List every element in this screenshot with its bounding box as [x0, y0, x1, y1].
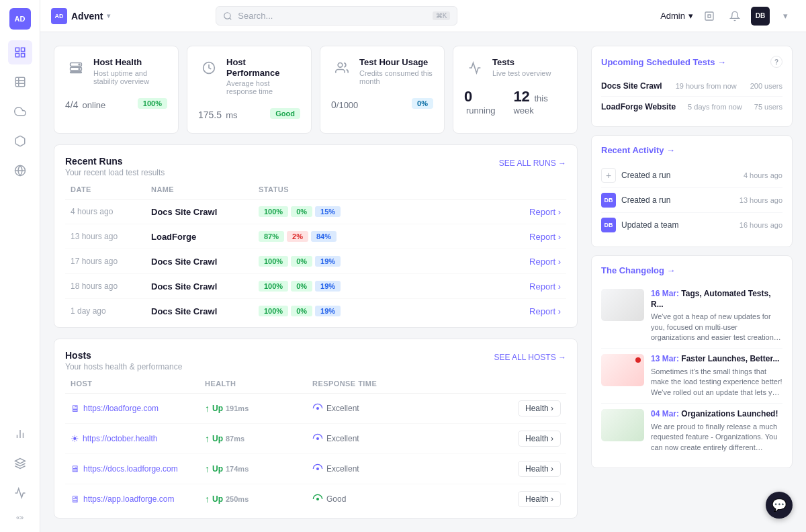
report-button[interactable]: Report › — [529, 232, 561, 242]
search-area: ⌘K — [216, 6, 457, 26]
sidebar-item-chart[interactable] — [8, 422, 32, 446]
changelog-item[interactable]: 16 Mar: Tags, Automated Tests, R... We'v… — [601, 283, 782, 349]
run-status: 100% 0% 19% — [253, 249, 468, 274]
host-health-title: Host Health — [93, 57, 167, 68]
metric-card-host-health: Host Health Host uptime and stability ov… — [54, 46, 179, 134]
health-button[interactable]: Health › — [518, 431, 561, 447]
main-area: AD Advent ▾ ⌘K Admin ▾ DB ▾ — [40, 0, 806, 532]
changelog-header: The Changelog → — [601, 265, 782, 275]
host-link-text[interactable]: 🖥 https://loadforge.com — [71, 403, 194, 414]
changelog-title[interactable]: The Changelog → — [601, 265, 676, 275]
up-arrow-icon: ↑ — [205, 433, 210, 444]
changelog-items: 16 Mar: Tags, Automated Tests, R... We'v… — [601, 283, 782, 458]
col-action — [458, 374, 566, 394]
activity-time: 13 hours ago — [740, 196, 782, 204]
changelog-thumb — [601, 409, 644, 441]
svg-point-25 — [317, 438, 319, 440]
changelog-item[interactable]: 04 Mar: Organizations Launched! We are p… — [601, 404, 782, 458]
run-status: 87% 2% 84% — [253, 224, 468, 249]
host-url: ☀ https://october.health — [65, 424, 199, 454]
search-box[interactable]: ⌘K — [216, 6, 457, 26]
sidebar-item-box[interactable] — [8, 129, 32, 153]
recent-activity-title[interactable]: Recent Activity → — [601, 145, 675, 155]
notifications-button[interactable] — [725, 7, 744, 26]
sidebar-collapse-btn[interactable]: «» — [8, 511, 32, 524]
host-link-text[interactable]: 🖥 https://app.loadforge.com — [71, 494, 194, 504]
host-url: 🖥 https://docs.loadforge.com — [65, 454, 199, 484]
host-row: 🖥 https://loadforge.com ↑ Up 191ms Excel… — [65, 394, 566, 424]
gauge-icon — [198, 57, 220, 79]
changelog-content: 04 Mar: Organizations Launched! We are p… — [651, 409, 782, 453]
right-panel: Upcoming Scheduled Tests → ? Docs Site C… — [591, 46, 793, 519]
host-ms: 191ms — [226, 404, 249, 412]
svg-point-21 — [79, 69, 80, 70]
col-host: HOST — [65, 374, 199, 394]
host-row: ☀ https://october.health ↑ Up 87ms Excel… — [65, 424, 566, 454]
recent-runs-panel: Recent Runs Your recent load test result… — [54, 144, 578, 328]
scheduled-row: LoadForge Website 5 days from now 75 use… — [601, 97, 782, 117]
upcoming-tests-title[interactable]: Upcoming Scheduled Tests → — [601, 57, 726, 67]
scheduled-users: 200 users — [750, 82, 782, 90]
host-health-value: 4/4 online — [65, 95, 105, 112]
changelog-thumb — [601, 354, 644, 386]
admin-menu[interactable]: Admin ▾ — [660, 11, 693, 21]
brand-area[interactable]: AD Advent ▾ — [51, 8, 110, 24]
run-name: Docs Site Crawl — [146, 299, 253, 324]
table-row: 17 hours ago Docs Site Crawl 100% 0% 19%… — [65, 249, 566, 274]
report-button[interactable]: Report › — [529, 306, 561, 316]
report-button[interactable]: Report › — [529, 207, 561, 217]
status-bar-3: 84% — [311, 231, 337, 242]
status-bar-2: 0% — [291, 306, 312, 316]
host-health-btn-cell: Health › — [458, 484, 566, 515]
health-button[interactable]: Health › — [518, 400, 561, 416]
report-button[interactable]: Report › — [529, 281, 561, 292]
help-button[interactable] — [700, 7, 719, 26]
changelog-title: 16 Mar: Tags, Automated Tests, R... — [651, 289, 782, 310]
col-date: DATE — [65, 180, 146, 200]
changelog-content: 13 Mar: Faster Launches, Better... Somet… — [651, 354, 782, 398]
status-bar-3: 19% — [315, 306, 341, 316]
host-health-cell: ↑ Up 191ms — [199, 394, 307, 424]
user-menu-chevron[interactable]: ▾ — [776, 7, 795, 26]
changelog-item[interactable]: 13 Mar: Faster Launches, Better... Somet… — [601, 349, 782, 404]
report-button[interactable]: Report › — [529, 257, 561, 267]
host-link-text[interactable]: 🖥 https://docs.loadforge.com — [71, 463, 194, 474]
changelog-text: We are proud to finally release a much r… — [651, 422, 782, 453]
svg-rect-16 — [705, 12, 713, 20]
host-ms: 174ms — [226, 465, 249, 473]
sidebar-item-globe[interactable] — [8, 159, 32, 183]
topnav: AD Advent ▾ ⌘K Admin ▾ DB ▾ — [40, 0, 806, 32]
host-health-btn-cell: Health › — [458, 454, 566, 484]
table-row: 4 hours ago Docs Site Crawl 100% 0% 15% … — [65, 200, 566, 224]
health-button[interactable]: Health › — [518, 491, 561, 507]
svg-line-15 — [230, 17, 232, 19]
activity-row: + Created a run 4 hours ago — [601, 163, 782, 188]
status-bar-3: 19% — [315, 281, 341, 292]
status-bar-1: 100% — [259, 256, 288, 267]
activity-text: Created a run — [621, 171, 738, 180]
host-health-badge: 100% — [138, 98, 167, 109]
sidebar-item-activity[interactable] — [8, 481, 32, 505]
changelog-thumb-image — [601, 289, 644, 321]
health-button[interactable]: Health › — [518, 461, 561, 477]
run-name: Docs Site Crawl — [146, 249, 253, 274]
search-input[interactable] — [238, 11, 427, 21]
upcoming-help-icon[interactable]: ? — [770, 56, 782, 68]
test-hours-subtitle: Credits consumed this month — [359, 69, 433, 85]
sidebar-logo[interactable]: AD — [9, 8, 31, 30]
host-response-cell: Excellent — [307, 424, 458, 454]
metric-card-tests: Tests Live test overview 0 running 12 th… — [453, 46, 578, 134]
sidebar-item-table[interactable] — [8, 70, 32, 94]
host-link-text[interactable]: ☀ https://october.health — [71, 433, 194, 444]
sidebar-item-dashboard[interactable] — [8, 40, 32, 64]
host-response-cell: Excellent — [307, 454, 458, 484]
sidebar-item-cloud[interactable] — [8, 99, 32, 124]
host-perf-title: Host Performance — [226, 57, 300, 78]
see-all-runs-link[interactable]: SEE ALL RUNS → — [499, 159, 566, 168]
chat-button[interactable]: 💬 — [766, 492, 793, 519]
host-health-cell: ↑ Up 250ms — [199, 484, 307, 515]
sidebar-item-layers[interactable] — [8, 451, 32, 476]
see-all-hosts-link[interactable]: SEE ALL HOSTS → — [494, 353, 566, 362]
user-avatar[interactable]: DB — [751, 7, 770, 26]
host-health-subtitle: Host uptime and stability overview — [93, 69, 167, 85]
